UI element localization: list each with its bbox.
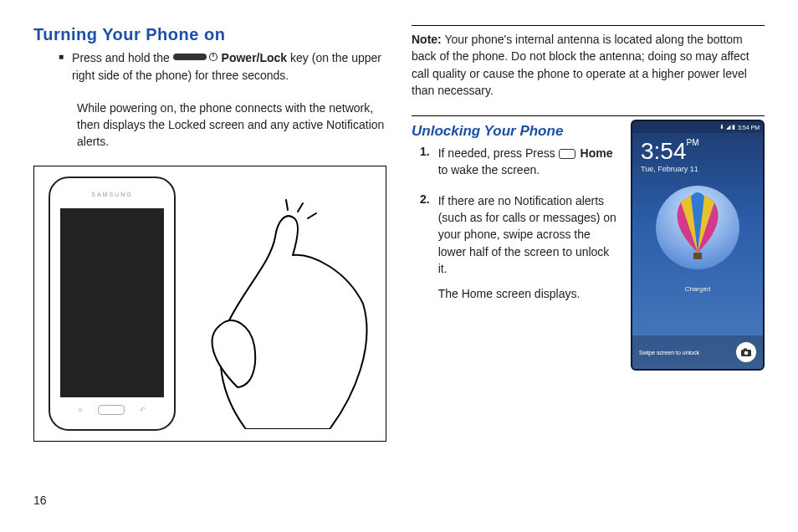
balloon-wallpaper-icon <box>647 182 748 282</box>
lock-clock: 3:54PM <box>632 133 763 165</box>
phone-hand-illustration: SAMSUNG ≡ ↶ <box>33 166 386 442</box>
home-button-icon <box>98 405 125 415</box>
lock-time-pm: PM <box>687 138 699 147</box>
phone-device-outline: SAMSUNG ≡ ↶ <box>49 176 176 431</box>
note-text: Your phone's internal antenna is located… <box>412 33 749 97</box>
step-number: 1. <box>420 145 430 187</box>
status-icons: ⬇ ◢ ▮ <box>719 124 735 130</box>
svg-rect-7 <box>693 253 702 259</box>
step-number: 2. <box>420 192 430 311</box>
svg-rect-9 <box>744 349 747 350</box>
svg-point-10 <box>744 351 749 356</box>
text-fragment: Press and hold the <box>72 51 173 64</box>
page-number: 16 <box>33 468 386 507</box>
step-text: If there are no Notification alerts (suc… <box>438 192 619 277</box>
svg-line-3 <box>298 203 303 212</box>
text-fragment: If needed, press Press <box>438 146 559 160</box>
status-bar: ⬇ ◢ ▮ 3:54 PM <box>632 121 763 133</box>
power-key-label: Power/Lock <box>222 51 288 64</box>
back-softkey-icon: ↶ <box>140 406 146 414</box>
home-key-icon <box>559 149 575 159</box>
ordered-step-1: 1. If needed, press Press Home to wake t… <box>420 145 619 187</box>
phone-brand-label: SAMSUNG <box>50 185 174 205</box>
bullet-item: ■ Press and hold the Power/Lock key (on … <box>59 49 386 93</box>
note-label: Note: <box>412 33 442 46</box>
note-paragraph: Note: Your phone's internal antenna is l… <box>412 31 765 99</box>
swipe-hint: Swipe screen to unlock <box>639 350 699 356</box>
lockscreen-bottom-bar: Swipe screen to unlock <box>632 335 763 369</box>
svg-line-4 <box>286 200 288 210</box>
svg-rect-0 <box>173 54 207 60</box>
bullet-square-icon: ■ <box>59 49 64 93</box>
power-key-icon <box>173 50 218 67</box>
subsection-heading-unlocking: Unlocking Your Phone <box>412 123 619 140</box>
home-label: Home <box>581 146 613 160</box>
paragraph: While powering on, the phone connects wi… <box>77 100 386 151</box>
lock-date: Tue, February 11 <box>632 165 763 178</box>
lock-time-value: 3:54 <box>641 138 687 164</box>
step-after-text: The Home screen displays. <box>438 285 619 302</box>
step-text: If needed, press Press Home to wake the … <box>438 145 619 179</box>
horizontal-rule <box>412 115 765 116</box>
menu-softkey-icon: ≡ <box>78 406 82 414</box>
hand-pressing-icon <box>187 178 371 429</box>
charged-label: Charged <box>632 285 763 293</box>
text-fragment: to wake the screen. <box>438 163 540 176</box>
ordered-step-2: 2. If there are no Notification alerts (… <box>420 192 619 311</box>
phone-screen-off <box>60 208 164 397</box>
phone-button-row: ≡ ↶ <box>50 397 174 422</box>
horizontal-rule <box>412 25 765 26</box>
camera-shortcut-icon <box>736 342 756 362</box>
section-heading-turning-on: Turning Your Phone on <box>33 25 386 44</box>
svg-line-5 <box>308 213 316 218</box>
bullet-text: Press and hold the Power/Lock key (on th… <box>72 49 386 84</box>
status-time: 3:54 PM <box>738 125 760 130</box>
lockscreen-screenshot: ⬇ ◢ ▮ 3:54 PM 3:54PM Tue, February 11 <box>631 120 765 371</box>
